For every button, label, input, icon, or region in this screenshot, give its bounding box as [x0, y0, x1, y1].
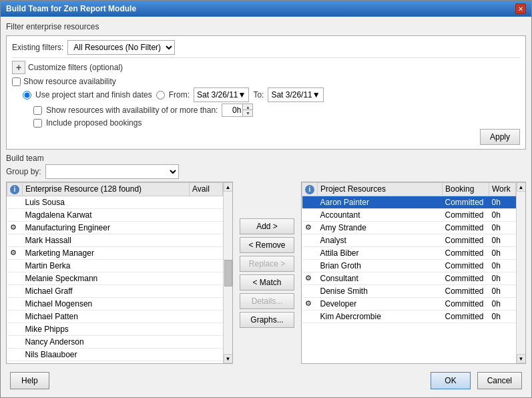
ok-button[interactable]: OK — [431, 372, 470, 389]
row-name: Brian Groth — [318, 259, 443, 272]
enterprise-resource-row[interactable]: ⚙ Marketing Manager — [7, 246, 223, 259]
row-icon — [7, 297, 23, 310]
left-table-scrollbar[interactable]: ▲ ▼ — [223, 182, 232, 363]
enterprise-resource-row[interactable]: Nils Blaauboer — [7, 348, 223, 361]
row-icon — [302, 310, 318, 323]
row-icon — [302, 284, 318, 297]
remove-button[interactable]: < Remove — [240, 237, 294, 253]
main-window: Build Team for Zen Report Module ✕ Filte… — [0, 0, 532, 398]
enterprise-resource-row[interactable]: ⚙ Manufacturing Engineer — [7, 221, 223, 234]
row-icon — [302, 234, 318, 246]
close-button[interactable]: ✕ — [515, 3, 526, 14]
right-table-container[interactable]: i Project Resources Booking Work Aaron P… — [302, 182, 516, 363]
row-name: Michael Patten — [23, 310, 190, 323]
help-button[interactable]: Help — [10, 372, 49, 389]
cancel-button[interactable]: Cancel — [477, 372, 522, 389]
scroll-down-arrow[interactable]: ▼ — [224, 354, 233, 363]
project-resource-row[interactable]: ⚙ Developer Committed 0h — [302, 297, 516, 310]
project-resource-row[interactable]: Denise Smith Committed 0h — [302, 284, 516, 297]
content-area: Filter enterprise resources Existing fil… — [1, 17, 531, 397]
details-button[interactable]: Details... — [240, 293, 294, 309]
project-resource-row[interactable]: ⚙ Amy Strande Committed 0h — [302, 221, 516, 234]
enterprise-resource-row[interactable]: Michael Mogensen — [7, 297, 223, 310]
spinner-arrows: ▲ ▼ — [242, 104, 252, 116]
from-date-input[interactable]: Sat 3/26/11 ▼ — [194, 87, 249, 102]
row-name: Nancy Anderson — [23, 335, 190, 348]
right-scroll-down-arrow[interactable]: ▼ — [517, 354, 526, 363]
spinner-up-button[interactable]: ▲ — [243, 104, 252, 110]
left-table-container[interactable]: i Enterprise Resource (128 found) Avail … — [7, 182, 223, 363]
enterprise-resource-row[interactable]: Michael Patten — [7, 310, 223, 323]
enterprise-resource-row[interactable]: Magdalena Karwat — [7, 208, 223, 221]
work-col-header: Work — [489, 183, 516, 196]
project-resource-row[interactable]: ⚙ Consultant Committed 0h — [302, 272, 516, 284]
use-project-dates-row: Use project start and finish dates From:… — [12, 87, 520, 102]
project-resource-col-header: Project Resources — [318, 183, 443, 196]
graphs-button[interactable]: Graphs... — [240, 312, 294, 328]
customize-add-button[interactable]: + — [12, 61, 25, 74]
project-resource-row[interactable]: Brian Groth Committed 0h — [302, 259, 516, 272]
bottom-bar: Help OK Cancel — [6, 367, 526, 392]
show-availability-row: Show resource availability — [12, 77, 520, 86]
enterprise-resource-row[interactable]: Luis Sousa — [7, 196, 223, 208]
add-button[interactable]: Add > — [240, 218, 294, 234]
row-booking: Committed — [443, 246, 489, 259]
booking-col-header: Booking — [443, 183, 489, 196]
row-avail — [190, 361, 223, 363]
replace-button[interactable]: Replace > — [240, 256, 294, 272]
show-avail-checkbox[interactable] — [33, 106, 42, 115]
row-name: Developer — [318, 297, 443, 310]
row-booking: Committed — [443, 221, 489, 234]
row-name: Luis Sousa — [23, 196, 190, 208]
to-date-input[interactable]: Sat 3/26/11 ▼ — [268, 87, 323, 102]
row-icon: ⚙ — [7, 221, 23, 234]
row-work: 0h — [489, 234, 516, 246]
row-booking: Committed — [443, 234, 489, 246]
row-name: Magdalena Karwat — [23, 208, 190, 221]
include-proposed-checkbox[interactable] — [33, 119, 42, 128]
match-button[interactable]: < Match — [240, 274, 294, 290]
row-avail — [190, 272, 223, 284]
use-project-dates-radio[interactable] — [23, 91, 31, 100]
avail-spinner: ▲ ▼ — [222, 104, 253, 117]
group-by-select[interactable] — [45, 164, 179, 179]
right-table-scrollbar[interactable]: ▲ ▼ — [516, 182, 525, 363]
project-resource-table-body: Aaron Painter Committed 0h Accountant Co… — [302, 196, 516, 323]
project-resource-row[interactable]: Aaron Painter Committed 0h — [302, 196, 516, 208]
to-date-arrow: ▼ — [312, 90, 320, 100]
project-resource-row[interactable]: Accountant Committed 0h — [302, 208, 516, 221]
enterprise-resource-row[interactable]: Michael Graff — [7, 284, 223, 297]
row-name: Aaron Painter — [318, 196, 443, 208]
row-icon: ⚙ — [302, 297, 318, 310]
enterprise-resource-row[interactable]: Mark Hassall — [7, 234, 223, 246]
enterprise-resource-row[interactable]: Melanie Speckmann — [7, 272, 223, 284]
filter-bottom: Apply — [12, 129, 520, 145]
project-resource-row[interactable]: Kim Abercrombie Committed 0h — [302, 310, 516, 323]
row-icon — [7, 335, 23, 348]
row-name: Attila Biber — [318, 246, 443, 259]
avail-input[interactable] — [222, 104, 242, 116]
row-icon — [302, 208, 318, 221]
enterprise-resource-row[interactable]: Nancy Anderson — [7, 335, 223, 348]
row-booking: Committed — [443, 272, 489, 284]
existing-filters-select[interactable]: All Resources (No Filter) — [67, 40, 175, 55]
scroll-up-arrow[interactable]: ▲ — [224, 182, 233, 192]
row-avail — [190, 246, 223, 259]
row-icon — [7, 284, 23, 297]
tables-area: i Enterprise Resource (128 found) Avail … — [6, 182, 526, 364]
row-name: Niraj Shah — [23, 361, 190, 363]
right-scroll-up-arrow[interactable]: ▲ — [517, 182, 526, 192]
scroll-thumb[interactable] — [224, 260, 232, 286]
project-resource-row[interactable]: Analyst Committed 0h — [302, 234, 516, 246]
custom-dates-radio[interactable] — [156, 91, 165, 100]
apply-button[interactable]: Apply — [480, 129, 520, 145]
from-label: From: — [169, 90, 190, 100]
enterprise-resource-row[interactable]: Martin Berka — [7, 259, 223, 272]
avail-col-header: Avail — [190, 183, 223, 196]
enterprise-resource-row[interactable]: Niraj Shah — [7, 361, 223, 363]
spinner-down-button[interactable]: ▼ — [243, 110, 252, 116]
enterprise-resource-row[interactable]: Mike Phipps — [7, 323, 223, 335]
show-availability-checkbox[interactable] — [12, 77, 21, 86]
row-name: Mike Phipps — [23, 323, 190, 335]
project-resource-row[interactable]: Attila Biber Committed 0h — [302, 246, 516, 259]
